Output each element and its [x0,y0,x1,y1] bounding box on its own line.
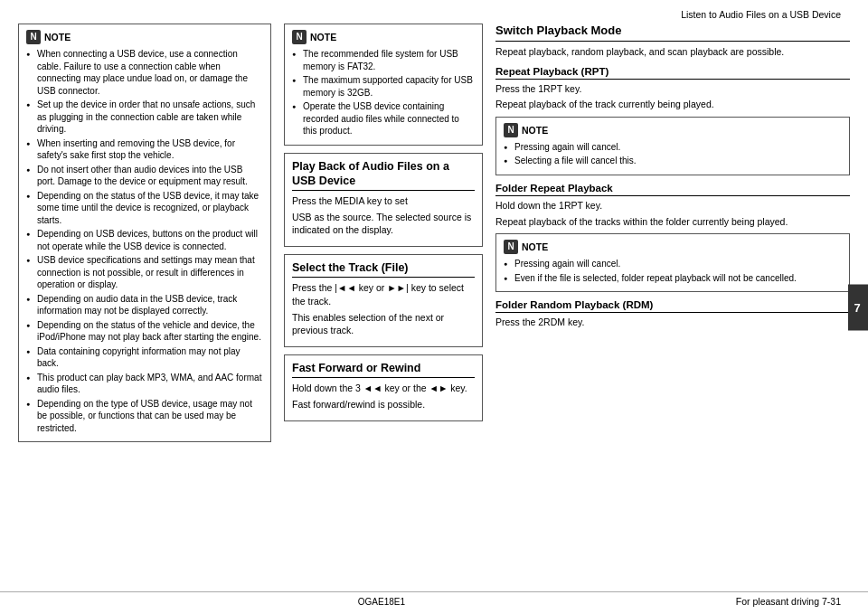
folder-repeat-note-title: N NOTE [504,240,842,254]
playback-title: Play Back of Audio Files on a USB Device [292,159,475,192]
list-item: This product can play back MP3, WMA, and… [26,372,263,396]
content-area: N NOTE When connecting a USB device, use… [18,24,850,565]
switch-playback-body: Repeat playback, random playback, and sc… [495,45,850,59]
repeat-note-list: Pressing again will cancel. Selecting a … [504,141,842,167]
header-title: Listen to Audio Files on a USB Device [681,9,841,20]
left-note-title: N NOTE [26,30,263,44]
list-item: Do not insert other than audio devices i… [26,164,263,188]
list-item: Depending on the status of the USB devic… [26,190,263,227]
list-item: Even if the file is selected, folder rep… [504,272,842,285]
folder-repeat-section: Folder Repeat Playback Hold down the 1RP… [495,183,850,228]
repeat-note-box: N NOTE Pressing again will cancel. Selec… [495,117,850,175]
bottom-right: For pleasant driving 7-31 [736,596,841,607]
switch-playback-section: Switch Playback Mode Repeat playback, ra… [495,24,850,59]
list-item: Selecting a file will cancel this. [504,155,842,167]
list-item: Depending on USB devices, buttons on the… [26,228,263,252]
list-item: USB device specifications and settings m… [26,254,263,291]
middle-note-box: N NOTE The recommended file system for U… [284,24,483,146]
repeat-playback-title: Repeat Playback (RPT) [495,66,850,80]
folder-repeat-note-box: N NOTE Pressing again will cancel. Even … [495,233,850,292]
list-item: Operate the USB device containing record… [292,100,475,137]
page-header: Listen to Audio Files on a USB Device [18,9,850,20]
middle-note-title: N NOTE [292,30,475,44]
list-item: Pressing again will cancel. [504,258,842,270]
fast-forward-title: Fast Forward or Rewind [292,361,475,378]
list-item: Depending on the type of USB device, usa… [26,398,263,435]
left-note-box: N NOTE When connecting a USB device, use… [18,24,271,442]
select-track-title: Select the Track (File) [292,260,475,278]
middle-note-icon: N [292,30,307,44]
middle-column: N NOTE The recommended file system for U… [284,24,483,565]
folder-random-section: Folder Random Playback (RDM) Press the 2… [495,299,850,329]
folder-repeat-title: Folder Repeat Playback [495,183,850,196]
list-item: The recommended file system for USB memo… [292,48,475,72]
repeat-playback-section: Repeat Playback (RPT) Press the 1RPT key… [495,66,850,111]
select-track-body: Press the |◄◄ key or ►►| key to select t… [292,281,475,337]
fast-forward-body: Hold down the 3 ◄◄ key or the ◄► key. Fa… [292,382,475,411]
list-item: Depending on the status of the vehicle a… [26,319,263,344]
list-item: The maximum supported capacity for USB m… [292,74,475,99]
repeat-note-icon: N [504,123,518,137]
list-item: Pressing again will cancel. [504,141,842,154]
list-item: Data containing copyright information ma… [26,345,263,370]
folder-random-body: Press the 2RDM key. [495,316,850,329]
page: Listen to Audio Files on a USB Device 7 … [0,0,868,614]
chapter-tab: 7 [848,284,868,330]
bottom-bar: OGAE18E1 For pleasant driving 7-31 [0,591,868,607]
list-item: When inserting and removing the USB devi… [26,137,263,162]
folder-random-title: Folder Random Playback (RDM) [495,299,850,313]
fast-forward-section: Fast Forward or Rewind Hold down the 3 ◄… [284,354,483,421]
list-item: Depending on audio data in the USB devic… [26,293,263,317]
repeat-note-title: N NOTE [504,123,842,137]
left-note-list: When connecting a USB device, use a conn… [26,48,263,434]
select-track-section: Select the Track (File) Press the |◄◄ ke… [284,254,483,347]
folder-repeat-note-icon: N [504,240,518,254]
left-column: N NOTE When connecting a USB device, use… [18,24,271,565]
playback-section: Play Back of Audio Files on a USB Device… [284,153,483,248]
left-note-icon: N [26,30,41,44]
playback-body: Press the MEDIA key to set USB as the so… [292,194,475,237]
middle-note-list: The recommended file system for USB memo… [292,48,475,137]
right-column: Switch Playback Mode Repeat playback, ra… [495,24,850,565]
repeat-playback-body: Press the 1RPT key. Repeat playback of t… [495,82,850,111]
folder-repeat-note-list: Pressing again will cancel. Even if the … [504,258,842,284]
switch-playback-title: Switch Playback Mode [495,24,850,42]
list-item: Set up the device in order that no unsaf… [26,99,263,136]
list-item: When connecting a USB device, use a conn… [26,48,263,97]
folder-repeat-body: Hold down the 1RPT key. Repeat playback … [495,199,850,228]
bottom-center: OGAE18E1 [358,597,405,607]
